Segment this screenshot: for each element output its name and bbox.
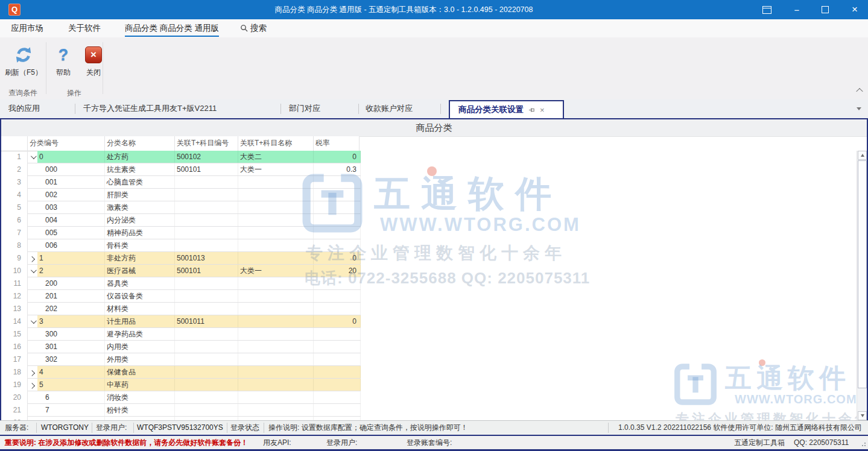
cell-tplus-account-name[interactable] [238, 379, 314, 391]
refresh-button[interactable]: 刷新（F5） [2, 42, 45, 88]
cell-category-code[interactable]: 5 [37, 379, 105, 391]
table-row[interactable]: 7005精神药品类 [1, 227, 363, 239]
table-row[interactable]: 91非处方药50010130 [1, 252, 363, 265]
cell-category-code[interactable]: 006 [37, 239, 105, 251]
maximize-button[interactable] [813, 0, 838, 19]
cell-category-code[interactable]: 000 [37, 163, 105, 175]
table-row[interactable]: 206消妆类 [1, 391, 363, 404]
table-row[interactable]: 10处方药500102大类二0 [1, 151, 363, 163]
cell-tplus-account-code[interactable] [175, 353, 238, 365]
cell-tplus-account-name[interactable] [238, 404, 314, 416]
row-expander-cell[interactable] [28, 252, 37, 265]
tab-voucher-tool[interactable]: 千方导入凭证生成工具用友T+版V2211 [83, 99, 217, 118]
row-expander-cell[interactable] [28, 353, 37, 366]
cell-tplus-account-name[interactable] [238, 189, 314, 201]
cell-category-code[interactable]: 301 [37, 341, 105, 353]
cell-category-name[interactable]: 肝胆类 [105, 189, 175, 201]
cell-tax-rate[interactable] [314, 239, 361, 251]
close-tool-button[interactable]: × 关闭 [80, 42, 107, 88]
cell-tplus-account-name[interactable] [238, 315, 314, 327]
expand-chevron-icon[interactable] [29, 382, 35, 388]
row-expander-cell[interactable] [28, 265, 37, 277]
cell-tplus-account-name[interactable] [238, 227, 314, 239]
table-row[interactable]: 143计生用品50010110 [1, 315, 363, 328]
cell-category-code[interactable]: 200 [37, 277, 105, 289]
cell-tplus-account-code[interactable] [175, 176, 238, 188]
cell-tplus-account-name[interactable] [238, 341, 314, 353]
header-tplus-account-name[interactable]: 关联T+科目名称 [238, 136, 314, 151]
row-expander-cell[interactable] [28, 176, 37, 189]
cell-category-name[interactable]: 计生用品 [105, 315, 175, 327]
cell-tax-rate[interactable] [314, 353, 361, 365]
cell-tplus-account-name[interactable] [238, 277, 314, 289]
cell-category-code[interactable]: 001 [37, 176, 105, 188]
row-expander-cell[interactable] [28, 189, 37, 201]
cell-tplus-account-code[interactable] [175, 379, 238, 391]
cell-tax-rate[interactable] [314, 189, 361, 201]
cell-category-name[interactable]: 精神药品类 [105, 227, 175, 239]
cell-category-code[interactable]: 1 [37, 252, 105, 264]
cell-tax-rate[interactable]: 20 [314, 265, 361, 277]
cell-tplus-account-code[interactable] [175, 328, 238, 340]
cell-tplus-account-code[interactable]: 5001011 [175, 315, 238, 327]
cell-category-name[interactable]: 保健食品 [105, 366, 175, 378]
table-row[interactable]: 13202材料类 [1, 303, 363, 315]
row-expander-cell[interactable] [28, 315, 37, 328]
table-row[interactable]: 11200器具类 [1, 277, 363, 290]
skin-select-button[interactable] [754, 0, 779, 19]
cell-category-name[interactable]: 非处方药 [105, 252, 175, 264]
cell-tax-rate[interactable] [314, 303, 361, 315]
tab-category-link-settings[interactable]: 商品分类关联设置 × [449, 100, 564, 118]
resize-grip[interactable] [861, 441, 866, 446]
cell-category-code[interactable]: 003 [37, 201, 105, 213]
table-row[interactable]: 6004内分泌类 [1, 214, 363, 227]
cell-tplus-account-code[interactable] [175, 303, 238, 315]
minimize-button[interactable]: − [784, 0, 809, 19]
scroll-up-button[interactable] [858, 151, 867, 160]
cell-tplus-account-code[interactable] [175, 366, 238, 378]
header-tplus-account-code[interactable]: 关联T+科目编号 [175, 136, 238, 151]
cell-category-name[interactable]: 内分泌类 [105, 214, 175, 226]
collapse-chevron-icon[interactable] [30, 318, 36, 324]
cell-tax-rate[interactable] [314, 277, 361, 289]
cell-category-name[interactable]: 医疗器械 [105, 265, 175, 277]
cell-category-name[interactable]: 粉针类 [105, 404, 175, 416]
cell-category-code[interactable]: 3 [37, 315, 105, 327]
cell-category-code[interactable]: 7 [37, 404, 105, 416]
cell-category-name[interactable]: 避孕药品类 [105, 328, 175, 340]
row-expander-cell[interactable] [28, 163, 37, 176]
cell-category-code[interactable]: 2 [37, 265, 105, 277]
cell-tplus-account-name[interactable] [238, 303, 314, 315]
cell-category-code[interactable]: 0 [37, 151, 105, 163]
row-expander-cell[interactable] [28, 303, 37, 315]
cell-category-code[interactable]: 004 [37, 214, 105, 226]
cell-tax-rate[interactable] [314, 290, 361, 302]
cell-tplus-account-name[interactable]: 大类一 [238, 163, 314, 175]
ribbon-collapse-button[interactable] [855, 88, 864, 96]
cell-tax-rate[interactable] [314, 201, 361, 213]
cell-category-code[interactable]: 300 [37, 328, 105, 340]
menu-search[interactable]: 搜索 [240, 19, 267, 37]
cell-category-name[interactable]: 心脑血管类 [105, 176, 175, 188]
cell-tplus-account-name[interactable] [238, 290, 314, 302]
cell-category-code[interactable]: 6 [37, 391, 105, 403]
cell-tplus-account-name[interactable]: 大类二 [238, 151, 314, 163]
header-tax-rate[interactable]: 税率 [314, 136, 360, 151]
cell-tplus-account-code[interactable]: 500101 [175, 265, 238, 277]
menu-item-app-market[interactable]: 应用市场 [11, 19, 43, 37]
cell-tax-rate[interactable] [314, 404, 361, 416]
cell-tax-rate[interactable]: 0 [314, 151, 361, 163]
cell-tax-rate[interactable] [314, 341, 361, 353]
help-button[interactable]: ? 帮助 [49, 42, 77, 88]
cell-tplus-account-name[interactable] [238, 252, 314, 264]
cell-category-code[interactable]: 201 [37, 290, 105, 302]
vertical-scrollbar[interactable] [857, 151, 867, 420]
tab-department-mapping[interactable]: 部门对应 [289, 99, 320, 118]
close-window-button[interactable]: × [842, 0, 867, 19]
cell-tax-rate[interactable] [314, 227, 361, 239]
tab-close-icon[interactable]: × [540, 106, 545, 114]
cell-category-code[interactable]: 002 [37, 189, 105, 201]
cell-tplus-account-code[interactable]: 500101 [175, 163, 238, 175]
cell-tplus-account-name[interactable]: 大类一 [238, 265, 314, 277]
table-row[interactable]: 15300避孕药品类 [1, 328, 363, 341]
